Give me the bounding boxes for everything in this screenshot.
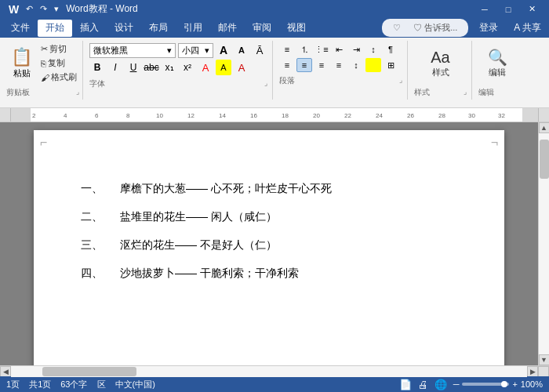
shading-btn[interactable] — [365, 58, 381, 72]
para-3-num: 三、 — [81, 234, 104, 256]
scroll-left-btn[interactable]: ◀ — [0, 366, 11, 377]
close-btn[interactable]: ✕ — [521, 0, 543, 18]
show-hide-btn[interactable]: ¶ — [383, 42, 398, 56]
font-size-up-btn[interactable]: A — [216, 42, 231, 58]
editing-group-label: 编辑 — [478, 87, 494, 98]
svg-text:32: 32 — [498, 112, 505, 119]
zoom-out-btn[interactable]: ─ — [453, 379, 460, 389]
ribbon-clipboard-group: 📋 粘贴 ✂ 剪切 ⎘ 复制 🖌 — [3, 41, 83, 100]
font-color-btn[interactable]: A — [198, 60, 213, 75]
format-painter-button[interactable]: 🖌 格式刷 — [38, 71, 79, 84]
view-mode-print[interactable]: 🖨 — [418, 379, 428, 390]
maximize-btn[interactable]: □ — [497, 0, 519, 18]
undo-btn[interactable]: ↶ — [24, 4, 35, 14]
strikethrough-btn[interactable]: abc — [144, 60, 159, 75]
paste-button[interactable]: 📋 粘贴 — [6, 45, 37, 81]
status-left: 1页 共1页 63个字 区 中文(中国) — [6, 379, 155, 390]
italic-btn[interactable]: I — [107, 60, 123, 75]
quick-access: W ↶ ↷ ▾ — [6, 3, 61, 16]
cut-icon: ✂ — [41, 44, 48, 54]
align-left-btn[interactable]: ≡ — [279, 58, 295, 72]
scroll-thumb[interactable] — [540, 140, 549, 179]
font-color2-btn[interactable]: A — [234, 60, 249, 75]
decrease-indent-btn[interactable]: ⇤ — [331, 42, 347, 56]
svg-text:20: 20 — [313, 112, 320, 119]
svg-text:26: 26 — [407, 112, 414, 119]
horiz-scroll-thumb[interactable] — [42, 367, 136, 376]
paragraph-3: 三、 沤烂的花生—— 不是好人（仁） — [81, 234, 457, 256]
align-center-btn[interactable]: ≡ — [296, 58, 312, 72]
view-mode-read[interactable]: 📄 — [399, 379, 412, 390]
line-spacing-btn[interactable]: ↕ — [348, 58, 364, 72]
ruler-right-margin — [522, 108, 538, 122]
title-bar: W ↶ ↷ ▾ Word教程 - Word ─ □ ✕ — [0, 0, 549, 18]
justify-btn[interactable]: ≡ — [331, 58, 347, 72]
paragraph-expand-icon[interactable]: ⌟ — [399, 76, 402, 84]
scroll-right-btn[interactable]: ▶ — [527, 366, 538, 377]
clipboard-expand-icon[interactable]: ⌟ — [76, 88, 79, 96]
superscript-btn[interactable]: x² — [180, 60, 195, 75]
ribbon: 📋 粘贴 ✂ 剪切 ⎘ 复制 🖌 — [0, 38, 549, 108]
minimize-btn[interactable]: ─ — [474, 0, 496, 18]
view-mode-web[interactable]: 🌐 — [434, 379, 447, 390]
svg-text:2: 2 — [32, 112, 36, 119]
menu-design[interactable]: 设计 — [107, 20, 141, 37]
menu-references[interactable]: 引用 — [176, 20, 210, 37]
language-info: 中文(中国) — [115, 379, 155, 390]
zoom-in-btn[interactable]: + — [512, 379, 517, 389]
menu-view[interactable]: 视图 — [279, 20, 314, 37]
status-right: 📄 🖨 🌐 ─ + 100% — [399, 379, 543, 390]
scroll-track[interactable] — [539, 133, 550, 354]
menu-home[interactable]: 开始 — [38, 20, 72, 37]
ruler-ticks: 2 4 6 8 10 12 14 16 18 20 22 24 26 28 30… — [31, 108, 522, 122]
scroll-up-btn[interactable]: ▲ — [539, 122, 550, 133]
styles-button[interactable]: Aа 样式 — [423, 45, 458, 82]
sort-btn[interactable]: ↕ — [365, 42, 381, 56]
para-1-num: 一、 — [81, 177, 104, 199]
multilevel-list-btn[interactable]: ⋮≡ — [314, 42, 329, 56]
clear-format-btn[interactable]: Ā — [252, 42, 267, 58]
para-4-text: 沙地拔萝卜—— 干脆利索；干净利索 — [120, 262, 299, 284]
editing-button[interactable]: 🔍 编辑 — [480, 45, 515, 82]
share-btn[interactable]: A 共享 — [509, 20, 546, 36]
menu-review[interactable]: 审阅 — [245, 20, 279, 37]
search-box[interactable]: ♡ ♡ 告诉我... — [382, 19, 468, 37]
unordered-list-btn[interactable]: ≡ — [279, 42, 295, 56]
copy-button[interactable]: ⎘ 复制 — [38, 56, 79, 70]
align-right-btn[interactable]: ≡ — [314, 58, 329, 72]
border-btn[interactable]: ⊞ — [383, 58, 398, 72]
bold-btn[interactable]: B — [89, 60, 105, 75]
font-name-select[interactable]: 微软雅黑 ▾ — [89, 43, 176, 58]
underline-btn[interactable]: U — [125, 60, 141, 75]
svg-text:6: 6 — [95, 112, 99, 119]
para-2-text: 盐堆里的花生—— 闲人（咸仁） — [120, 205, 277, 227]
ribbon-font-group: 微软雅黑 ▾ 小四 ▾ A A Ā B I U — [85, 41, 273, 100]
svg-text:30: 30 — [468, 112, 475, 119]
menu-layout[interactable]: 布局 — [141, 20, 176, 37]
corner-mark-tl: ⌐ — [40, 136, 47, 149]
para-4-num: 四、 — [81, 262, 104, 284]
redo-btn[interactable]: ↷ — [38, 4, 49, 14]
svg-text:12: 12 — [187, 112, 195, 119]
scroll-down-btn[interactable]: ▼ — [539, 354, 550, 365]
font-expand-icon[interactable]: ⌟ — [264, 79, 267, 87]
menu-right-area: ♡ ♡ 告诉我... 登录 A 共享 — [382, 19, 546, 37]
menu-mailings[interactable]: 邮件 — [210, 20, 245, 37]
document-page[interactable]: ⌐ ⌐ 一、 摩檐下的大葱—— 心不死；叶烂皮干心不死 二、 盐堆里的花生—— … — [34, 130, 504, 365]
svg-text:18: 18 — [282, 112, 289, 119]
increase-indent-btn[interactable]: ⇥ — [348, 42, 364, 56]
para-1-text: 摩檐下的大葱—— 心不死；叶烂皮干心不死 — [120, 177, 332, 199]
subscript-btn[interactable]: x₁ — [162, 60, 177, 75]
horiz-scroll-track[interactable] — [11, 366, 527, 377]
ordered-list-btn[interactable]: ⒈ — [296, 42, 312, 56]
menu-insert[interactable]: 插入 — [72, 20, 107, 37]
login-btn[interactable]: 登录 — [474, 20, 503, 36]
text-highlight-btn[interactable]: A — [216, 60, 231, 75]
zoom-slider[interactable] — [462, 383, 509, 386]
cut-button[interactable]: ✂ 剪切 — [38, 42, 79, 56]
font-size-select[interactable]: 小四 ▾ — [178, 43, 213, 58]
menu-file[interactable]: 文件 — [3, 20, 38, 37]
font-size-down-btn[interactable]: A — [234, 42, 249, 58]
quick-access-more[interactable]: ▾ — [52, 4, 61, 14]
styles-expand-icon[interactable]: ⌟ — [464, 88, 467, 96]
